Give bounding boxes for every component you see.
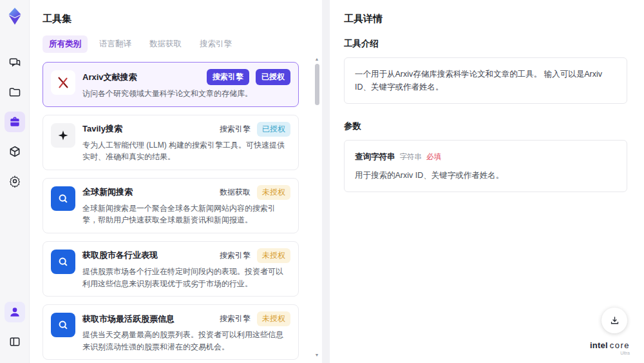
search-app-logo-icon — [51, 250, 75, 274]
tool-card-list: Arxiv文献搜索 搜索引擎 已授权 访问各个研究领域大量科学论文和文章的存储库… — [43, 62, 309, 363]
category-tabs: 所有类别 语言翻译 数据获取 搜索引擎 — [43, 35, 309, 53]
badges: 搜索引擎 未授权 — [220, 311, 290, 326]
detail-title: 工具详情 — [344, 13, 627, 25]
category-badge: 搜索引擎 — [220, 250, 251, 261]
card-body: 获取市场最活跃股票信息 搜索引擎 未授权 提供当天交易量最高的股票列表。投资者可… — [82, 311, 290, 353]
tool-card-sector-performance[interactable]: 获取股市各行业表现 搜索引擎 未授权 提供股票市场各个行业在特定时间段内的表现。… — [43, 241, 299, 297]
tool-card-arxiv[interactable]: Arxiv文献搜索 搜索引擎 已授权 访问各个研究领域大量科学论文和文章的存储库… — [43, 62, 299, 107]
app-logo-icon — [5, 6, 24, 26]
tool-list-panel: 工具集 所有类别 语言翻译 数据获取 搜索引擎 Arxiv文献搜索 搜索引擎 已… — [30, 0, 322, 363]
card-body: Arxiv文献搜索 搜索引擎 已授权 访问各个研究领域大量科学论文和文章的存储库… — [82, 69, 290, 100]
card-top-row: 全球新闻搜索 数据获取 未授权 — [82, 185, 290, 200]
tool-name: Arxiv文献搜索 — [82, 72, 200, 83]
scroll-up-icon[interactable]: ▲ — [315, 57, 319, 62]
tab-data-acquisition[interactable]: 数据获取 — [143, 35, 188, 53]
download-button[interactable] — [601, 308, 627, 333]
sidebar-item-files[interactable] — [5, 82, 25, 103]
tool-card-tavily[interactable]: Tavily搜索 搜索引擎 已授权 专为人工智能代理 (LLM) 构建的搜索引擎… — [43, 115, 299, 170]
category-badge: 搜索引擎 — [220, 124, 251, 135]
sidebar-item-collapse[interactable] — [5, 331, 25, 352]
search-app-logo-icon — [51, 186, 75, 211]
brand-core-text: core — [610, 340, 630, 350]
status-badge: 已授权 — [257, 122, 290, 137]
card-top-row: Tavily搜索 搜索引擎 已授权 — [82, 122, 290, 137]
tool-name: 获取股市各行业表现 — [82, 250, 213, 261]
user-icon — [8, 306, 21, 319]
panel-toggle-icon — [8, 335, 21, 348]
card-top-row: 获取股市各行业表现 搜索引擎 未授权 — [82, 248, 290, 263]
tab-all-categories[interactable]: 所有类别 — [43, 35, 88, 53]
panel-divider — [322, 0, 330, 363]
tab-search-engine[interactable]: 搜索引擎 — [193, 35, 238, 53]
badges: 数据获取 未授权 — [220, 185, 290, 200]
page-title: 工具集 — [43, 13, 309, 25]
tool-description: 提供当天交易量最高的股票列表。投资者可以利用这些信息来识别流动性强的股票和潜在的… — [82, 329, 290, 353]
card-top-row: 获取市场最活跃股票信息 搜索引擎 未授权 — [82, 311, 290, 326]
tab-language-translation[interactable]: 语言翻译 — [93, 35, 138, 53]
badges: 搜索引擎 已授权 — [207, 69, 290, 85]
tool-description: 访问各个研究领域大量科学论文和文章的存储库。 — [82, 88, 290, 100]
card-body: Tavily搜索 搜索引擎 已授权 专为人工智能代理 (LLM) 构建的搜索引擎… — [82, 122, 290, 163]
intel-core-logo: intelcore Ultra — [590, 340, 630, 355]
tool-name: 获取市场最活跃股票信息 — [82, 313, 213, 325]
tool-name: Tavily搜索 — [82, 123, 213, 135]
badges: 搜索引擎 未授权 — [220, 248, 290, 263]
param-description: 用于搜索的Arxiv ID、关键字或作者姓名。 — [355, 169, 616, 182]
card-body: 获取股市各行业表现 搜索引擎 未授权 提供股票市场各个行业在特定时间段内的表现。… — [82, 248, 290, 289]
download-icon — [609, 315, 620, 326]
sidebar-item-models[interactable] — [5, 141, 25, 162]
param-required-flag: 必填 — [426, 151, 441, 162]
card-top-row: Arxiv文献搜索 搜索引擎 已授权 — [82, 69, 290, 85]
category-badge: 搜索引擎 — [220, 313, 251, 324]
intro-heading: 工具介绍 — [344, 38, 627, 50]
card-body: 全球新闻搜索 数据获取 未授权 全球新闻搜索是一个聚合全球各大新闻网站内容的搜索… — [82, 185, 290, 226]
tool-card-global-news[interactable]: 全球新闻搜索 数据获取 未授权 全球新闻搜索是一个聚合全球各大新闻网站内容的搜索… — [43, 178, 299, 233]
search-app-logo-icon — [51, 313, 75, 337]
tool-description: 提供股票市场各个行业在特定时间段内的表现。投资者可以利用这些信息来识别表现优于或… — [82, 266, 290, 289]
brand-intel-text: intel — [590, 340, 608, 350]
left-icon-rail — [0, 0, 30, 363]
toolbox-icon — [8, 115, 21, 128]
sidebar-item-tools[interactable] — [5, 112, 25, 132]
folder-icon — [8, 86, 21, 99]
tool-card-active-stocks[interactable]: 获取市场最活跃股票信息 搜索引擎 未授权 提供当天交易量最高的股票列表。投资者可… — [43, 304, 299, 360]
intro-box: 一个用于从Arxiv存储库搜索科学论文和文章的工具。 输入可以是Arxiv ID… — [344, 57, 627, 104]
status-badge: 未授权 — [257, 185, 290, 200]
param-header-row: 查询字符串 字符串 必填 — [355, 150, 616, 163]
param-box: 查询字符串 字符串 必填 用于搜索的Arxiv ID、关键字或作者姓名。 — [344, 140, 627, 192]
scroll-down-icon[interactable]: ▼ — [315, 353, 319, 358]
category-badge: 搜索引擎 — [207, 69, 249, 85]
params-heading: 参数 — [344, 121, 627, 132]
param-name: 查询字符串 — [355, 150, 395, 163]
chat-icon — [8, 56, 21, 69]
tool-name: 全球新闻搜索 — [82, 186, 213, 198]
param-type: 字符串 — [400, 151, 422, 162]
scrollbar-thumb[interactable] — [315, 64, 319, 105]
sidebar-item-chat[interactable] — [5, 52, 25, 73]
arxiv-logo-icon — [51, 70, 75, 95]
tool-description: 全球新闻搜索是一个聚合全球各大新闻网站内容的搜索引擎，帮助用户快速获取全球最新资… — [82, 202, 290, 226]
tool-description: 专为人工智能代理 (LLM) 构建的搜索引擎工具。可快速提供实时、准确和真实的结… — [82, 139, 290, 163]
tool-detail-panel: 工具详情 工具介绍 一个用于从Arxiv存储库搜索科学论文和文章的工具。 输入可… — [330, 0, 644, 363]
brand-sub-text: Ultra — [590, 351, 630, 355]
sidebar-item-settings[interactable] — [5, 171, 25, 191]
cube-icon — [8, 145, 21, 158]
status-badge: 未授权 — [257, 311, 290, 326]
list-scrollbar[interactable]: ▲ ▼ — [314, 57, 320, 358]
tavily-logo-icon — [51, 123, 75, 148]
gear-icon — [8, 175, 21, 188]
status-badge: 已授权 — [256, 69, 290, 85]
status-badge: 未授权 — [257, 248, 290, 263]
badges: 搜索引擎 已授权 — [220, 122, 290, 137]
sidebar-item-account[interactable] — [5, 302, 25, 322]
category-badge: 数据获取 — [220, 187, 251, 198]
